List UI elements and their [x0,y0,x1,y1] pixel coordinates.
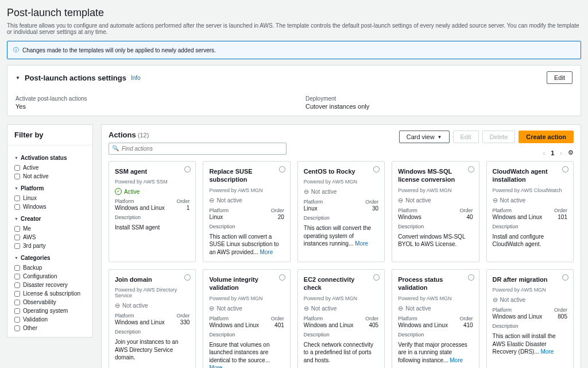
more-link[interactable]: More [260,249,273,255]
card-radio[interactable] [562,274,568,281]
activate-label: Activate post-launch actions [16,95,283,102]
card-radio[interactable] [373,274,380,281]
filter-item[interactable]: 3rd party [14,241,86,250]
filter-checkbox[interactable] [14,291,20,297]
card-title: CentOS to Rocky [304,167,378,175]
edit-button[interactable]: Edit [547,71,572,84]
action-card[interactable]: Volume integrity validationPowered by AW… [203,269,290,368]
filter-checkbox[interactable] [14,317,20,323]
filter-checkbox[interactable] [14,195,20,201]
filter-item[interactable]: Validation [14,315,86,324]
filter-item-label: Disaster recovery [23,282,68,288]
more-link[interactable]: More [541,348,554,355]
prev-page-icon[interactable]: ‹ [543,150,546,156]
filter-checkbox[interactable] [14,243,20,249]
filter-checkbox[interactable] [14,204,20,210]
filter-checkbox[interactable] [14,165,20,171]
page-description: This feature allows you to configure and… [7,22,581,35]
filter-item[interactable]: Not active [14,172,86,181]
filter-checkbox[interactable] [14,308,20,314]
card-radio[interactable] [184,274,191,281]
more-link[interactable]: More [209,365,222,368]
search-input[interactable] [109,143,287,155]
order-label: Order [460,316,473,321]
status-badge: Not active [398,305,473,312]
filter-group-title[interactable]: Categories [14,255,86,261]
action-card[interactable]: SSM agentPowered by AWS SSMActivePlatfor… [109,161,196,262]
card-radio[interactable] [279,274,285,281]
action-card[interactable]: EC2 connectivity checkPowered by AWS MGN… [297,269,385,368]
next-page-icon[interactable]: › [560,150,562,156]
card-subtitle: Powered by AWS MGN [493,287,567,293]
description-value: Convert windows MS-SQL BYOL to AWS Licen… [398,233,473,248]
filter-item[interactable]: Configuration [14,272,86,281]
filter-item[interactable]: Me [14,224,86,233]
platform-value: Windows and Linux [115,319,165,325]
filter-item[interactable]: Operating system [14,306,86,315]
order-label: Order [271,316,284,321]
card-view-button[interactable]: Card view ▼ [399,131,450,143]
card-radio[interactable] [468,274,474,281]
gear-icon[interactable]: ⚙ [568,149,574,156]
more-link[interactable]: More [450,357,463,363]
filter-checkbox[interactable] [14,274,20,279]
filter-checkbox[interactable] [14,300,20,305]
delete-action-button[interactable]: Delete [482,131,516,143]
card-title: EC2 connectivity check [304,275,378,292]
description-label: Description [304,332,378,338]
status-badge: Not active [493,296,567,304]
more-link[interactable]: More [355,240,368,247]
platform-value: Windows and Linux [398,322,448,328]
filter-group-title[interactable]: Activation status [14,155,86,161]
filter-checkbox[interactable] [14,282,20,288]
order-value: 30 [365,205,378,212]
card-subtitle: Powered by AWS SSM [115,179,189,185]
create-action-button[interactable]: Create action [519,131,574,143]
card-radio[interactable] [468,166,474,172]
filter-checkbox[interactable] [14,226,20,232]
action-card[interactable]: DR after migrationPowered by AWS MGNNot … [486,269,574,368]
card-radio[interactable] [373,166,380,172]
filter-item[interactable]: Other [14,324,86,332]
filter-checkbox[interactable] [14,235,20,240]
card-subtitle: Powered by AWS MGN [209,296,284,301]
card-radio[interactable] [562,166,568,172]
filter-checkbox[interactable] [14,174,20,179]
page-number: 1 [551,150,554,156]
info-link[interactable]: Info [131,75,141,81]
action-card[interactable]: CentOS to RockyPowered by AWS MGNNot act… [297,161,385,262]
action-card[interactable]: Windows MS-SQL license conversionPowered… [392,161,479,262]
filter-item[interactable]: Active [14,163,86,172]
filter-checkbox[interactable] [14,265,20,271]
description-label: Description [398,224,473,229]
platform-label: Platform [209,208,229,213]
filter-item-label: 3rd party [23,243,45,249]
filter-item[interactable]: Windows [14,202,86,211]
filter-item[interactable]: Linux [14,194,86,202]
card-radio[interactable] [184,166,191,172]
platform-value: Linux [304,205,323,212]
filter-item[interactable]: Observability [14,298,86,306]
filter-panel: Filter by Activation statusActiveNot act… [7,124,93,338]
filter-checkbox[interactable] [14,325,20,331]
action-card[interactable]: Join domainPowered by AWS Directory Serv… [109,269,196,368]
action-card[interactable]: Replace SUSE subscriptionPowered by AWS … [203,161,290,262]
action-card[interactable]: Process status validationPowered by AWS … [392,269,479,368]
action-card[interactable]: CloudWatch agent installationPowered by … [486,161,574,262]
platform-value: Windows and Linux [304,322,354,328]
filter-group-title[interactable]: Creator [14,216,86,222]
platform-value: Windows and Linux [493,313,543,320]
caret-down-icon[interactable]: ▼ [16,75,20,80]
filter-item[interactable]: Disaster recovery [14,281,86,289]
edit-action-button[interactable]: Edit [453,131,479,143]
order-value: 405 [365,322,378,328]
filter-group-title[interactable]: Platform [14,185,86,191]
filter-item[interactable]: Backup [14,263,86,272]
status-badge: Not active [304,305,378,312]
order-value: 1 [176,205,189,211]
filter-item[interactable]: AWS [14,233,86,241]
platform-label: Platform [398,316,448,321]
card-radio[interactable] [279,166,285,172]
status-badge: Not active [209,305,284,312]
filter-item[interactable]: License & subscription [14,289,86,298]
